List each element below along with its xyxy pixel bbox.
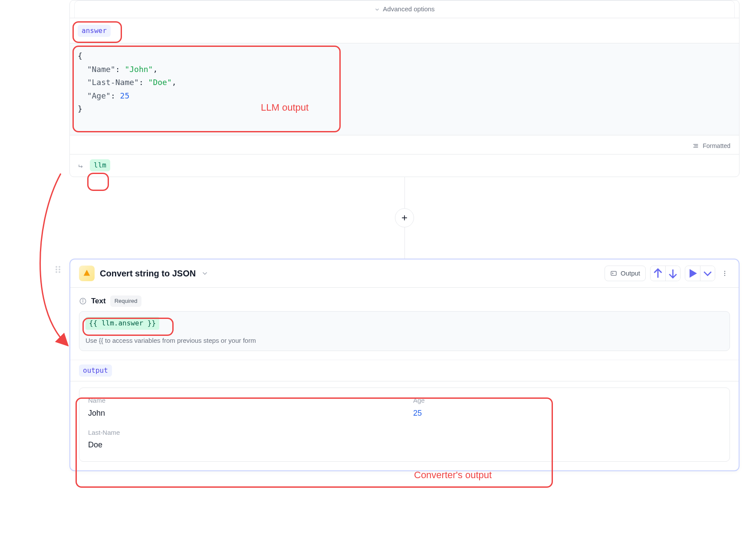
terminal-icon	[610, 270, 617, 277]
llm-step-panel: Advanced options answer { "Name": "John"…	[69, 0, 740, 177]
plus-icon	[400, 213, 409, 222]
svg-rect-6	[611, 272, 616, 276]
move-down-button[interactable]	[665, 266, 680, 281]
annotation-circle-code	[72, 46, 341, 132]
output-chip[interactable]: output	[79, 364, 112, 377]
llm-chip[interactable]: llm	[90, 159, 110, 171]
svg-point-10	[724, 271, 725, 272]
text-input-box[interactable]: {{ llm.answer }} Use {{ to access variab…	[79, 311, 730, 351]
connector-line-2	[404, 227, 405, 259]
convert-header: Convert string to JSON Output	[70, 259, 739, 288]
chevron-down-icon[interactable]	[201, 269, 209, 277]
run-menu-button[interactable]	[700, 266, 715, 281]
connector-line	[404, 177, 405, 208]
return-icon	[78, 161, 85, 169]
answer-tag-row: answer	[70, 18, 739, 43]
formatted-label: Formatted	[703, 141, 730, 151]
annotation-circle-answer	[72, 21, 122, 43]
svg-point-12	[724, 275, 725, 276]
convert-title: Convert string to JSON	[100, 267, 196, 280]
input-hint: Use {{ to access variables from previous…	[85, 336, 723, 346]
convert-step-icon	[79, 266, 95, 281]
formatted-row[interactable]: Formatted	[70, 135, 739, 154]
move-up-button[interactable]	[651, 266, 665, 281]
list-icon	[692, 142, 699, 149]
advanced-options-toggle[interactable]: Advanced options	[74, 0, 735, 18]
convert-step-panel: Convert string to JSON Output	[69, 259, 740, 472]
annotation-circle-template	[82, 318, 174, 336]
chevron-down-icon	[374, 7, 380, 13]
svg-point-15	[82, 300, 83, 300]
arrow-down-icon	[666, 266, 680, 281]
chevron-down-icon	[700, 266, 715, 281]
run-button[interactable]	[685, 266, 700, 281]
drag-handle[interactable]	[56, 266, 60, 273]
svg-point-11	[724, 273, 725, 274]
kebab-icon	[721, 270, 728, 277]
required-badge: Required	[110, 295, 142, 307]
output-button[interactable]: Output	[605, 266, 646, 282]
move-controls	[650, 266, 680, 281]
play-icon	[685, 266, 700, 281]
annotation-circle-output-panel	[76, 397, 553, 488]
text-field-label: Text	[91, 295, 106, 307]
svg-marker-5	[84, 270, 90, 276]
output-chip-row: output	[70, 360, 739, 381]
run-controls	[685, 266, 715, 281]
arrow-up-icon	[651, 266, 665, 281]
svg-marker-9	[690, 269, 697, 278]
more-menu-button[interactable]	[720, 266, 730, 281]
llm-reference-row: llm	[70, 154, 739, 177]
info-icon[interactable]	[79, 297, 87, 305]
add-step-button[interactable]	[395, 208, 414, 227]
annotation-circle-llm	[87, 173, 109, 191]
advanced-options-label: Advanced options	[383, 4, 434, 14]
